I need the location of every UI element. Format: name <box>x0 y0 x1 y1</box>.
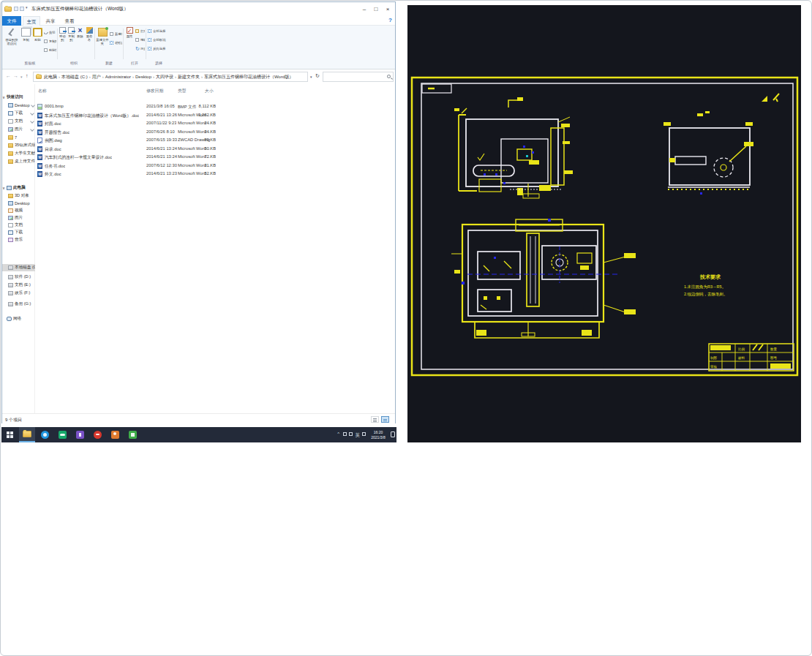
up-button[interactable]: ↑ <box>26 73 29 78</box>
invert-selection-button[interactable]: 反向选择 <box>148 47 170 50</box>
tray-icon-1[interactable] <box>343 432 347 436</box>
open-button[interactable]: 打开 <box>135 29 145 33</box>
file-row[interactable]: W 封面.doc 2007/11/22 9:23 Microsoft Word … <box>35 120 379 128</box>
column-header-name[interactable]: 名称 <box>38 88 47 94</box>
column-header-date[interactable]: 修改日期 <box>146 88 163 94</box>
taskbar-app-browser[interactable] <box>37 427 53 442</box>
tray-expand-icon[interactable]: ^ <box>337 431 339 436</box>
select-all-button[interactable]: 全部选择 <box>148 29 170 33</box>
sidebar-item-drive-g[interactable]: 备用 (G:) <box>2 301 35 308</box>
sidebar-this-pc[interactable]: ∨ 此电脑 <box>2 184 35 192</box>
breadcrumb-folder-2[interactable]: 新建文件夹 <box>178 74 200 80</box>
move-to-button[interactable]: 移动到 <box>59 27 67 42</box>
qat-button-1[interactable] <box>14 7 18 11</box>
select-none-button[interactable]: 全部取消 <box>148 38 170 42</box>
sidebar-item-downloads-qa[interactable]: 下载 <box>2 110 35 117</box>
address-bar[interactable]: 此电脑› 本地磁盘 (C:)› 用户› Administrator› Deskt… <box>33 72 308 82</box>
paste-button[interactable]: 粘贴 <box>32 27 43 42</box>
rename-button[interactable]: 重命名 <box>85 27 94 42</box>
edit-button[interactable]: 编辑 <box>135 38 145 42</box>
sidebar-item-drive-d[interactable]: 软件 (D:) <box>2 274 35 281</box>
taskbar-app-messenger[interactable] <box>54 427 70 442</box>
column-header-size[interactable]: 大小 <box>205 88 214 94</box>
sidebar-item-documents-pc[interactable]: 文档 <box>2 222 35 229</box>
tab-view[interactable]: 查看 <box>61 16 78 26</box>
breadcrumb-current-folder[interactable]: 车床式加压五件钢棒印花油槽设计（Word版） <box>204 74 293 80</box>
taskbar-clock[interactable]: 16:20 2021/3/8 <box>367 430 389 440</box>
tray-icon-3[interactable] <box>362 432 366 436</box>
start-button[interactable] <box>1 427 18 442</box>
help-icon[interactable]: ? <box>388 17 392 23</box>
notification-icon[interactable] <box>391 431 395 437</box>
copy-button[interactable]: 复制 <box>20 27 31 42</box>
sidebar-item-folder-upload[interactable]: 桌上传文件 <box>2 158 35 165</box>
history-dropdown-icon[interactable]: ▾ <box>20 75 23 79</box>
sidebar-network[interactable]: 网络 <box>2 315 35 323</box>
sidebar-item-desktop-qa[interactable]: Desktop <box>2 102 35 109</box>
input-language-indicator[interactable]: 英 <box>356 432 361 439</box>
copy-to-button[interactable]: 复制到 <box>67 27 75 42</box>
sidebar-item-music[interactable]: 音乐 <box>2 236 35 244</box>
new-item-button[interactable]: 新建项目 ▾ <box>110 32 122 36</box>
file-row[interactable]: 例图.dwg 2007/6/15 19:33 ZWCAD Drawing 89 … <box>35 137 379 145</box>
taskbar-file-explorer[interactable] <box>19 427 35 442</box>
taskbar-app-orange[interactable] <box>107 427 123 442</box>
tab-home[interactable]: 主页 <box>23 16 40 26</box>
breadcrumb-drive-c[interactable]: 本地磁盘 (C:) <box>61 74 88 80</box>
qat-button-2[interactable] <box>20 7 24 11</box>
close-button[interactable]: × <box>382 2 394 16</box>
new-folder-button[interactable]: 新建文件夹 <box>96 27 109 45</box>
sidebar-item-documents-qa[interactable]: 文档 <box>2 118 35 125</box>
breadcrumb-desktop[interactable]: Desktop <box>135 75 151 79</box>
sidebar-item-downloads-pc[interactable]: 下载 <box>2 229 35 236</box>
qat-dropdown-icon[interactable]: ▾ <box>26 5 28 10</box>
sidebar-item-3d-objects[interactable]: 3D 对象 <box>2 192 35 200</box>
address-dropdown-icon[interactable]: ▾ <box>310 75 312 79</box>
tray-icon-2[interactable] <box>349 432 353 436</box>
sidebar-item-drive-e[interactable]: 文档 (E:) <box>2 282 35 289</box>
tab-share[interactable]: 共享 <box>42 16 59 26</box>
cut-button[interactable]: 剪切 <box>44 31 56 34</box>
breadcrumb-users[interactable]: 用户 <box>92 74 101 80</box>
tab-file[interactable]: 文件 <box>2 16 21 26</box>
taskbar-app-red[interactable] <box>89 427 105 442</box>
file-row[interactable]: W 目录.doc 2014/6/21 13:24 Microsoft Word … <box>35 146 379 154</box>
sidebar-item-pictures-qa[interactable]: 图片 <box>2 126 35 133</box>
file-row[interactable]: 0001.bmp 2021/3/8 16:05 BMP 文件 8,112 KB <box>35 103 379 111</box>
list-view-toggle[interactable] <box>371 416 379 423</box>
paste-shortcut-button[interactable]: 粘贴快捷方式 <box>44 48 56 52</box>
sidebar-item-drive-f[interactable]: 娱乐 (F:) <box>2 290 35 297</box>
properties-button[interactable]: ✓ 属性 <box>124 27 135 38</box>
back-button[interactable]: ← <box>6 73 11 78</box>
file-row[interactable]: W 任务书.doc 2007/6/12 12:30 Microsoft Word… <box>35 162 379 170</box>
forward-button[interactable]: → <box>13 73 18 78</box>
minimize-button[interactable]: – <box>358 2 370 16</box>
breadcrumb-folder-1[interactable]: 大四毕设 <box>156 74 173 80</box>
sidebar-item-folder-docs[interactable]: 大学生文献试题资料 <box>2 150 35 157</box>
sidebar-quick-access[interactable]: ∨ 快速访问 <box>2 94 35 101</box>
thumbnail-view-toggle[interactable] <box>381 416 389 423</box>
file-row[interactable]: W 外文.doc 2014/6/21 13:23 Microsoft Word … <box>35 170 379 178</box>
sidebar-item-folder-7[interactable]: 7 <box>2 134 35 141</box>
easy-access-button[interactable]: 轻松访问 ▾ <box>110 41 122 45</box>
search-input[interactable] <box>323 72 394 82</box>
taskbar-app-green[interactable] <box>124 427 140 442</box>
sidebar-item-pictures-pc[interactable]: 图片 <box>2 214 35 222</box>
column-header-type[interactable]: 类型 <box>178 88 187 94</box>
file-row[interactable]: W 汽车刹式的连杆—卡规文量设计.doc 2014/6/21 13:24 Mic… <box>35 154 379 162</box>
breadcrumb-this-pc[interactable]: 此电脑 <box>44 74 57 80</box>
sidebar-item-desktop-pc[interactable]: Desktop <box>2 200 35 207</box>
sidebar-item-videos[interactable]: 视频 <box>2 207 35 214</box>
title-bar[interactable]: ▾ 车床式加压五件钢棒印花油槽设计（Word版） – □ × <box>2 2 395 16</box>
history-button[interactable]: ↻历史记录 <box>135 47 145 50</box>
pin-to-quick-access-button[interactable]: 固定到快速访问 <box>4 27 19 45</box>
copy-path-button[interactable]: 复制路径 <box>44 39 56 43</box>
file-row[interactable]: W 车床式加压五件钢棒印花油槽设计（Word版）.doc 2014/6/21 1… <box>35 112 379 120</box>
refresh-icon[interactable]: ↻ <box>315 73 320 79</box>
maximize-button[interactable]: □ <box>370 2 382 16</box>
sidebar-item-folder-35[interactable]: 35钻床式组合机-案 <box>2 142 35 149</box>
file-row[interactable]: W 开题报告.doc 2007/6/26 8:10 Microsoft Word… <box>35 129 379 137</box>
delete-button[interactable]: × 删除 <box>76 27 84 38</box>
taskbar-app-purple[interactable] <box>72 427 88 442</box>
sidebar-item-drive-c[interactable]: 本地磁盘 (C:) <box>2 264 35 271</box>
